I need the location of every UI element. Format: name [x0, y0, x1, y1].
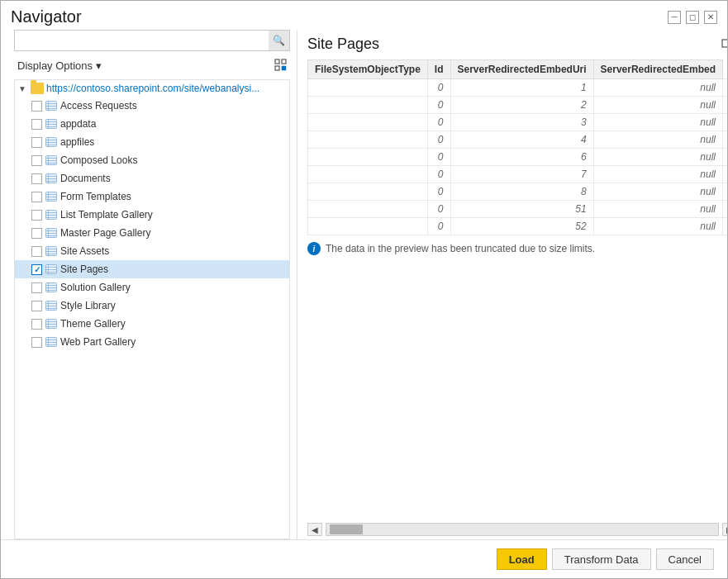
tree-container[interactable]: ▼ https://contoso.sharepoint.com/site/we… — [14, 79, 290, 539]
search-input[interactable] — [14, 30, 290, 51]
tree-item-label: appdata — [60, 118, 96, 130]
data-table-container: FileSystemObjectTypeIdServerRedirectedEm… — [307, 59, 727, 520]
list-icon — [45, 263, 58, 275]
tree-item-checkbox[interactable] — [31, 264, 42, 275]
tree-item[interactable]: Solution Gallery — [15, 278, 289, 297]
preview-table: FileSystemObjectTypeIdServerRedirectedEm… — [307, 59, 727, 235]
cell-id-num: 7 — [450, 166, 593, 183]
tree-item-checkbox[interactable] — [31, 192, 42, 202]
tree-item[interactable]: appdata — [15, 115, 289, 133]
maximize-button[interactable]: ◻ — [686, 11, 699, 24]
svg-rect-9 — [46, 120, 57, 129]
tree-item-checkbox[interactable] — [31, 228, 42, 239]
tree-item-checkbox[interactable] — [31, 119, 42, 130]
cell-server-embed — [722, 183, 727, 201]
tree-items-container: Access Requests appdata appfiles Compose… — [15, 97, 289, 351]
footer: Load Transform Data Cancel — [1, 539, 727, 578]
horizontal-scrollbar[interactable]: ◀ ▶ — [307, 520, 727, 539]
list-icon — [45, 282, 58, 293]
cell-server-uri: null — [593, 97, 722, 114]
list-icon — [45, 136, 58, 148]
cell-server-uri: null — [593, 201, 722, 218]
svg-rect-19 — [46, 156, 57, 165]
cancel-button[interactable]: Cancel — [656, 548, 714, 570]
tree-item-label: Documents — [60, 173, 111, 184]
cell-id-val: 0 — [427, 201, 450, 218]
tree-item-label: Web Part Gallery — [60, 336, 136, 348]
preview-expand-button[interactable] — [719, 35, 727, 53]
scroll-track[interactable] — [326, 523, 719, 536]
main-layout: 🔍 Display Options ▾ ▼ — [1, 30, 727, 539]
load-button[interactable]: Load — [497, 548, 547, 570]
tree-item[interactable]: Master Page Gallery — [15, 224, 289, 242]
cell-server-embed — [722, 79, 727, 97]
svg-rect-14 — [46, 138, 57, 147]
tree-item-checkbox[interactable] — [31, 173, 42, 184]
table-row: 04null — [308, 131, 728, 149]
tree-item[interactable]: Composed Looks — [15, 151, 289, 169]
scroll-thumb[interactable] — [330, 524, 363, 534]
cell-filesystem-type — [308, 114, 428, 131]
tree-item-checkbox[interactable] — [31, 155, 42, 166]
right-panel: Site Pages FileSystemObjectTypeIdServerR… — [297, 30, 727, 539]
svg-rect-1 — [275, 66, 279, 70]
tree-item-checkbox[interactable] — [31, 319, 42, 330]
close-button[interactable]: ✕ — [704, 11, 717, 24]
tree-item[interactable]: Site Assets — [15, 242, 289, 260]
tree-item[interactable]: Theme Gallery — [15, 315, 289, 333]
table-row: 01null — [308, 79, 728, 97]
tree-item[interactable]: Web Part Gallery — [15, 333, 289, 351]
svg-rect-39 — [46, 229, 57, 238]
tree-item-checkbox[interactable] — [31, 137, 42, 148]
tree-item[interactable]: appfiles — [15, 133, 289, 151]
svg-rect-59 — [46, 301, 57, 311]
tree-item[interactable]: Site Pages — [15, 260, 289, 278]
table-row: 06null — [308, 149, 728, 166]
cell-id-val: 0 — [427, 149, 450, 166]
scroll-left-button[interactable]: ◀ — [307, 523, 322, 536]
cell-filesystem-type — [308, 166, 428, 183]
tree-item-label: Theme Gallery — [60, 318, 126, 330]
info-icon: i — [307, 242, 321, 255]
table-header-row: FileSystemObjectTypeIdServerRedirectedEm… — [308, 60, 728, 79]
tree-item-checkbox[interactable] — [31, 210, 42, 221]
cell-id-num: 6 — [450, 149, 593, 166]
scroll-right-button[interactable]: ▶ — [722, 523, 727, 536]
cell-filesystem-type — [308, 131, 428, 149]
tree-root-item[interactable]: ▼ https://contoso.sharepoint.com/site/we… — [15, 80, 289, 97]
truncate-notice: i The data in the preview has been trunc… — [307, 235, 727, 262]
tree-item[interactable]: Documents — [15, 169, 289, 187]
search-button[interactable]: 🔍 — [269, 30, 290, 51]
column-header-col1: FileSystemObjectType — [308, 60, 428, 79]
tree-item[interactable]: Form Templates — [15, 187, 289, 206]
cell-server-uri: null — [593, 183, 722, 201]
tree-item-checkbox[interactable] — [31, 246, 42, 257]
cell-filesystem-type — [308, 183, 428, 201]
minimize-button[interactable]: ─ — [668, 11, 681, 24]
list-icon — [45, 209, 58, 221]
select-related-button[interactable] — [272, 56, 290, 74]
list-icon — [45, 154, 58, 166]
tree-item-label: Master Page Gallery — [60, 227, 150, 239]
table-head: FileSystemObjectTypeIdServerRedirectedEm… — [308, 60, 728, 79]
display-options-button[interactable]: Display Options ▾ — [14, 58, 105, 74]
cell-filesystem-type — [308, 201, 428, 218]
tree-item-checkbox[interactable] — [31, 301, 42, 311]
transform-data-button[interactable]: Transform Data — [552, 548, 651, 570]
truncate-text: The data in the preview has been truncat… — [326, 243, 595, 254]
tree-item[interactable]: Access Requests — [15, 97, 289, 115]
table-row: 03null — [308, 114, 728, 131]
cell-server-embed — [722, 166, 727, 183]
tree-item-checkbox[interactable] — [31, 282, 42, 293]
cell-id-num: 51 — [450, 201, 593, 218]
tree-item[interactable]: Style Library — [15, 297, 289, 315]
svg-rect-2 — [282, 59, 286, 64]
cell-id-num: 8 — [450, 183, 593, 201]
tree-item-checkbox[interactable] — [31, 101, 42, 112]
left-panel: 🔍 Display Options ▾ ▼ — [14, 30, 297, 539]
svg-rect-74 — [722, 40, 727, 47]
cell-filesystem-type — [308, 97, 428, 114]
tree-item-checkbox[interactable] — [31, 337, 42, 348]
display-options-bar: Display Options ▾ — [14, 56, 290, 74]
tree-item[interactable]: List Template Gallery — [15, 206, 289, 224]
